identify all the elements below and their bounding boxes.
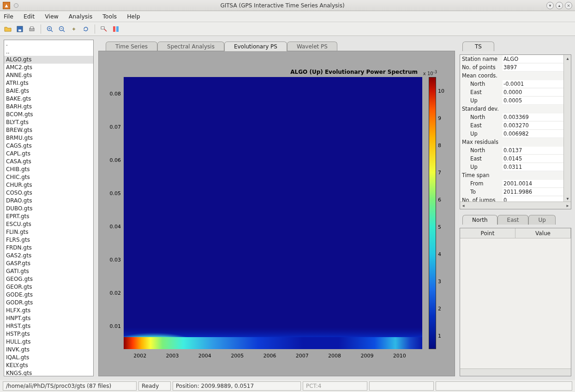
info-value (503, 172, 563, 179)
file-item[interactable]: GODE.gts (4, 291, 93, 299)
status-bar: /home/ali/PhD/TS/proc03/gts (87 files) R… (0, 380, 575, 392)
file-item[interactable]: .. (4, 48, 93, 56)
info-key: Mean coords. (460, 72, 503, 79)
menu-file[interactable]: File (4, 13, 13, 20)
info-key: Time span (460, 172, 503, 178)
file-item[interactable]: GATI.gts (4, 267, 93, 275)
file-item[interactable]: BCOM.gts (4, 111, 93, 119)
info-value: 0.0137 (503, 147, 563, 154)
svg-rect-13 (116, 26, 119, 32)
print-button[interactable] (27, 24, 37, 34)
tab-evolutionary-ps[interactable]: Evolutionary PS (224, 42, 287, 51)
minimize-button[interactable]: ▾ (546, 2, 554, 9)
file-item[interactable]: CHIB.gts (4, 166, 93, 173)
file-item[interactable]: BLYT.gts (4, 119, 93, 126)
column-value[interactable]: Value (515, 228, 571, 238)
file-item[interactable]: ANNE.gts (4, 71, 93, 79)
x-axis-ticks: 200220032004200520062007200820092010 (124, 353, 422, 362)
tab-north[interactable]: North (462, 215, 497, 225)
file-item[interactable]: DRAO.gts (4, 197, 93, 205)
file-item[interactable]: AMC2.gts (4, 64, 93, 71)
maximize-button[interactable]: ▴ (556, 2, 563, 9)
pan-icon[interactable] (69, 24, 79, 34)
info-key: No. of jumps (460, 197, 503, 202)
file-item[interactable]: HRST.gts (4, 322, 93, 330)
file-item[interactable]: . (4, 40, 93, 48)
menu-analysis[interactable]: Analysis (69, 13, 93, 20)
status-empty-1 (369, 381, 434, 391)
info-scrollbar-horizontal[interactable]: ◂▸ (460, 202, 571, 209)
info-value: 0.006982 (503, 130, 563, 138)
info-scrollbar-vertical[interactable]: ▴ ▾ (563, 55, 571, 202)
file-item[interactable]: FRDN.gts (4, 244, 93, 252)
file-item[interactable]: IQAL.gts (4, 354, 93, 362)
y-axis-ticks: 0.010.020.030.040.050.060.070.08 (99, 77, 123, 349)
file-item[interactable]: DUBO.gts (4, 205, 93, 213)
info-key: To (460, 189, 503, 195)
menu-edit[interactable]: Edit (24, 13, 35, 20)
titlebar-dot (14, 3, 18, 8)
tab-wavelet-ps[interactable]: Wavelet PS (287, 42, 337, 51)
plot-panel: ALGO (Up) Evolutionary Power Spectrum x … (98, 51, 455, 376)
file-item[interactable]: BAKE.gts (4, 95, 93, 103)
heatmap-axes[interactable] (124, 77, 422, 349)
info-key: Up (460, 131, 503, 137)
file-item[interactable]: HLFX.gts (4, 307, 93, 315)
tab-spectral-analysis[interactable]: Spectral Analysis (157, 42, 224, 51)
info-key: East (460, 122, 503, 129)
file-item[interactable]: ESCU.gts (4, 220, 93, 228)
file-item[interactable]: CHUR.gts (4, 181, 93, 189)
menu-tools[interactable]: Tools (102, 13, 117, 20)
file-item[interactable]: CAGS.gts (4, 142, 93, 150)
column-point[interactable]: Point (460, 228, 515, 238)
zoom-in-icon[interactable] (45, 24, 55, 34)
menu-help[interactable]: Help (127, 13, 140, 20)
file-item[interactable]: HNPT.gts (4, 315, 93, 322)
close-button[interactable]: × (565, 2, 572, 9)
file-item[interactable]: FLIN.gts (4, 228, 93, 236)
station-info-box: Station nameALGONo. of points3897Mean co… (460, 54, 571, 209)
file-item[interactable]: GAS2.gts (4, 252, 93, 260)
info-value: 0.0000 (503, 89, 563, 96)
file-list[interactable]: ...ALGO.gtsAMC2.gtsANNE.gtsATRI.gtsBAIE.… (4, 40, 94, 376)
open-button[interactable] (3, 24, 13, 34)
menu-view[interactable]: View (45, 13, 59, 20)
tab-up[interactable]: Up (528, 215, 555, 225)
info-key: East (460, 155, 503, 162)
file-item[interactable]: GODR.gts (4, 299, 93, 307)
file-item[interactable]: ALGO.gts (4, 56, 93, 64)
file-item[interactable]: COSO.gts (4, 189, 93, 197)
tab-time-series[interactable]: Time Series (106, 42, 157, 51)
colorbar-icon[interactable] (111, 24, 121, 34)
file-item[interactable]: KELY.gts (4, 362, 93, 369)
file-item[interactable]: GEOG.gts (4, 275, 93, 283)
table-scrollbar-horizontal[interactable] (460, 368, 571, 376)
zoom-out-icon[interactable] (57, 24, 67, 34)
file-item[interactable]: BARH.gts (4, 103, 93, 111)
file-item[interactable]: CHIC.gts (4, 173, 93, 181)
file-item[interactable]: INVK.gts (4, 346, 93, 354)
toolbar-separator (41, 24, 41, 34)
file-item[interactable]: HSTP.gts (4, 330, 93, 338)
info-value: 0.0145 (503, 155, 563, 163)
file-item[interactable]: GEOR.gts (4, 283, 93, 291)
save-button[interactable] (15, 24, 25, 34)
info-key: Station name (460, 56, 503, 62)
file-item[interactable]: CAPL.gts (4, 150, 93, 158)
tab-east[interactable]: East (497, 215, 529, 225)
data-cursor-icon[interactable] (99, 24, 109, 34)
info-key: North (460, 114, 503, 120)
file-item[interactable]: BREW.gts (4, 126, 93, 134)
file-item[interactable]: BRMU.gts (4, 134, 93, 142)
svg-rect-11 (101, 27, 104, 29)
file-item[interactable]: EPRT.gts (4, 213, 93, 220)
file-item[interactable]: ATRI.gts (4, 79, 93, 87)
file-item[interactable]: HULL.gts (4, 338, 93, 346)
file-item[interactable]: KNGS.gts (4, 369, 93, 376)
file-item[interactable]: GASP.gts (4, 260, 93, 267)
file-item[interactable]: FLRS.gts (4, 236, 93, 244)
rotate-icon[interactable] (81, 24, 91, 34)
file-item[interactable]: BAIE.gts (4, 87, 93, 95)
file-item[interactable]: CASA.gts (4, 158, 93, 166)
tab-ts-info[interactable]: TS (462, 42, 494, 51)
